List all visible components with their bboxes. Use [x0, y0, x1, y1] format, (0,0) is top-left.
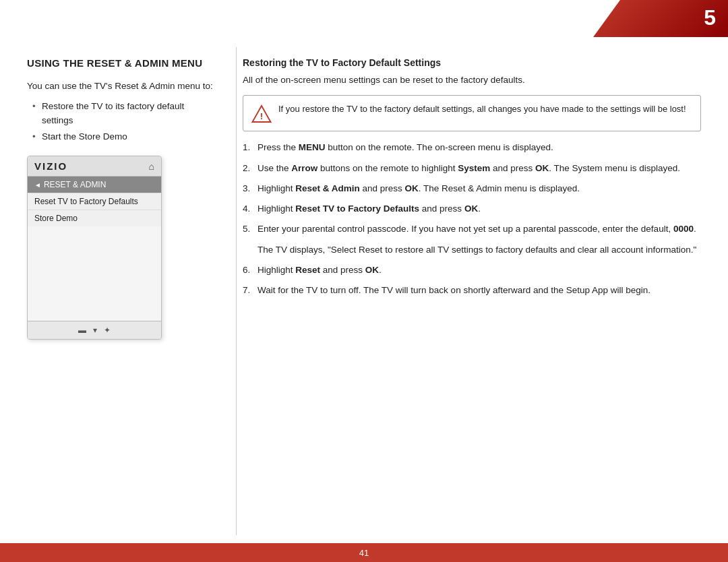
tv-menu-selected-label: RESET & ADMIN: [44, 180, 106, 189]
tv-menu-selected-row: ◄ RESET & ADMIN: [28, 177, 161, 193]
bottom-bar: 41: [0, 543, 728, 562]
warning-text: If you restore the TV to the factory def…: [278, 102, 686, 116]
tv-menu-row-1: Reset TV to Factory Defaults: [28, 193, 161, 210]
intro-text: You can use the TV's Reset & Admin menu …: [27, 80, 216, 93]
tv-menu-footer: ▬ ▾ ✦: [28, 321, 161, 339]
list-item: Start the Store Demo: [32, 130, 216, 144]
step-4: Highlight Reset TV to Factory Defaults a…: [243, 202, 701, 216]
list-item: Restore the TV to its factory default se…: [32, 100, 216, 127]
warning-box: ! If you restore the TV to the factory d…: [243, 95, 701, 131]
tv-menu-header: VIZIO ⌂: [28, 156, 161, 177]
tv-footer-icon-3: ✦: [104, 325, 111, 335]
bold-menu: MENU: [299, 142, 326, 152]
factory-intro: All of the on-screen menu settings can b…: [243, 73, 701, 87]
bold-reset-admin: Reset & Admin: [295, 183, 360, 193]
subsection-title: Restoring the TV to Factory Default Sett…: [243, 57, 701, 68]
step-7: Wait for the TV to turn off. The TV will…: [243, 284, 701, 297]
bold-0000: 0000: [673, 224, 694, 234]
step-6: Highlight Reset and press OK.: [243, 263, 701, 277]
tv-footer-icon-2: ▾: [93, 325, 97, 335]
step-3: Highlight Reset & Admin and press OK. Th…: [243, 182, 701, 195]
step-2: Use the Arrow buttons on the remote to h…: [243, 162, 701, 175]
step-5: Enter your parental control passcode. If…: [243, 222, 701, 236]
bold-arrow: Arrow: [291, 163, 317, 173]
steps-list: Press the MENU button on the remote. The…: [243, 141, 701, 236]
bold-ok-2: OK: [405, 183, 419, 193]
bold-system: System: [458, 163, 490, 173]
warning-icon: !: [251, 104, 272, 124]
main-content: USING THE RESET & ADMIN MENU You can use…: [0, 37, 728, 543]
tv-footer-icon-1: ▬: [78, 325, 86, 335]
steps-list-cont: Highlight Reset and press OK. Wait for t…: [243, 263, 701, 298]
bold-ok-3: OK: [464, 204, 478, 214]
tv-menu-logo: VIZIO: [34, 160, 67, 172]
svg-text:!: !: [260, 111, 264, 121]
left-arrow-icon: ◄: [34, 181, 41, 189]
bullet-list: Restore the TV to its factory default se…: [32, 100, 216, 144]
section-title: USING THE RESET & ADMIN MENU: [27, 57, 216, 69]
home-icon: ⌂: [149, 161, 154, 172]
step-1: Press the MENU button on the remote. The…: [243, 141, 701, 154]
page-chapter-number: 5: [704, 5, 716, 30]
left-column: USING THE RESET & ADMIN MENU You can use…: [27, 57, 216, 530]
note-text: The TV displays, "Select Reset to restor…: [257, 243, 701, 257]
tv-menu-mockup: VIZIO ⌂ ◄ RESET & ADMIN Reset TV to Fact…: [27, 156, 162, 340]
bold-reset: Reset: [295, 265, 320, 275]
tv-menu-body: [28, 226, 161, 321]
right-column: Restoring the TV to Factory Default Sett…: [243, 57, 701, 530]
bold-ok-4: OK: [365, 265, 379, 275]
bold-ok-1: OK: [535, 163, 549, 173]
tv-menu-row-2: Store Demo: [28, 210, 161, 226]
page-number-bottom: 41: [359, 548, 369, 558]
bold-reset-factory: Reset TV to Factory Defaults: [295, 204, 419, 214]
